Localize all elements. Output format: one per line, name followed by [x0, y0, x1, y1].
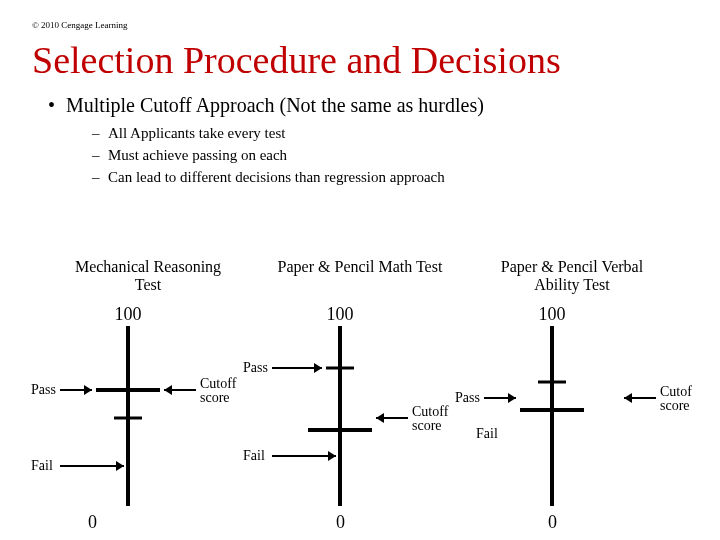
chart2-bottom: 0	[336, 512, 345, 532]
chart1-cutoff-label2: score	[200, 390, 230, 405]
sub-bullet-2: Must achieve passing on each	[92, 145, 690, 165]
chart1-fail-label: Fail	[31, 458, 53, 473]
chart1: 100 Pass Cutoff score Fail 0	[28, 298, 268, 540]
chart1-cutoff-arrowhead	[164, 385, 172, 395]
chart3-cutoff-label1: Cutoff	[660, 384, 692, 399]
chart1-pass-label: Pass	[31, 382, 56, 397]
chart2-pass-arrowhead	[314, 363, 322, 373]
chart2-pass-label: Pass	[243, 360, 268, 375]
chart3-bottom: 0	[548, 512, 557, 532]
chart1-top: 100	[115, 304, 142, 324]
chart1-pass-arrowhead	[84, 385, 92, 395]
chart3-title: Paper & Pencil Verbal Ability Test	[487, 258, 657, 293]
page-title: Selection Procedure and Decisions	[0, 30, 720, 90]
chart2: 100 Pass Cutoff score Fail 0	[240, 298, 480, 540]
chart2-top: 100	[327, 304, 354, 324]
chart3-cutoff-arrowhead	[624, 393, 632, 403]
chart3-top: 100	[539, 304, 566, 324]
chart3-pass-label: Pass	[455, 390, 480, 405]
chart1-bottom: 0	[88, 512, 97, 532]
chart3-cutoff-label2: score	[660, 398, 690, 413]
bullet-content: Multiple Cutoff Approach (Not the same a…	[0, 90, 720, 188]
sub-bullets: All Applicants take every test Must achi…	[48, 123, 690, 188]
chart2-cutoff-label2: score	[412, 418, 442, 433]
chart3-pass-arrowhead	[508, 393, 516, 403]
chart1-title: Mechanical Reasoning Test	[63, 258, 233, 293]
chart3-fail-label: Fail	[476, 426, 498, 441]
chart2-cutoff-arrowhead	[376, 413, 384, 423]
sub-bullet-3: Can lead to different decisions than reg…	[92, 167, 690, 187]
sub-bullet-1: All Applicants take every test	[92, 123, 690, 143]
chart2-cutoff-label1: Cutoff	[412, 404, 449, 419]
bullet-main: Multiple Cutoff Approach (Not the same a…	[48, 94, 690, 117]
chart1-fail-arrowhead	[116, 461, 124, 471]
chart2-title: Paper & Pencil Math Test	[275, 258, 445, 276]
chart2-fail-arrowhead	[328, 451, 336, 461]
chart1-cutoff-label1: Cutoff	[200, 376, 237, 391]
copyright-text: © 2010 Cengage Learning	[0, 0, 720, 30]
chart3: 100 Pass Cutoff score Fail 0	[452, 298, 692, 540]
chart2-fail-label: Fail	[243, 448, 265, 463]
